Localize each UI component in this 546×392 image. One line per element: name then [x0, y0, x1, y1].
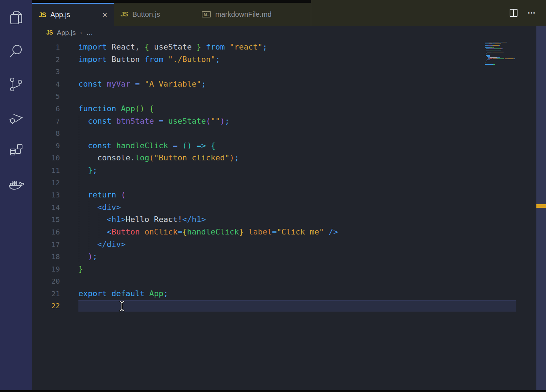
- code-line[interactable]: 11 };: [32, 164, 546, 177]
- minimap[interactable]: [485, 42, 524, 66]
- code-line[interactable]: 13 return (: [32, 189, 546, 201]
- vscode-window: JS App.js × JS Button.js M↓ markdownFile…: [0, 0, 546, 392]
- code-line[interactable]: 1import React, { useState } from "react"…: [32, 41, 546, 53]
- code-line[interactable]: 18 );: [32, 251, 546, 263]
- code-line[interactable]: 14 <div>: [32, 201, 546, 214]
- line-content: const handleClick = () => {: [78, 140, 215, 152]
- line-content: </div>: [78, 238, 125, 251]
- code-line[interactable]: 17 </div>: [32, 238, 546, 251]
- breadcrumb: JS App.js › …: [32, 26, 546, 40]
- line-content: export default App;: [78, 288, 168, 300]
- line-number: 20: [32, 275, 60, 288]
- overview-ruler-cursor-marker: [536, 204, 546, 208]
- line-content: import React, { useState } from "react";: [78, 41, 267, 53]
- line-number: 13: [32, 189, 60, 201]
- line-number: 2: [32, 53, 60, 66]
- line-number: 22: [32, 300, 60, 312]
- tab-label: markdownFile.md: [215, 10, 272, 19]
- code-line[interactable]: 22: [32, 300, 546, 312]
- source-control-icon[interactable]: [8, 76, 24, 93]
- line-content: <h1>Hello React!</h1>: [78, 213, 206, 226]
- line-content: import Button from "./Button";: [78, 53, 220, 66]
- code-line[interactable]: 9 const handleClick = () => {: [32, 140, 546, 152]
- line-number: 7: [32, 115, 60, 128]
- code-line[interactable]: 12: [32, 177, 546, 189]
- breadcrumb-file[interactable]: App.js: [57, 29, 76, 37]
- code-editor[interactable]: 1import React, { useState } from "react"…: [32, 40, 546, 390]
- run-and-debug-icon[interactable]: [8, 109, 24, 126]
- line-number: 3: [32, 66, 60, 78]
- chevron-right-icon: ›: [80, 29, 82, 36]
- line-content: );: [78, 251, 97, 263]
- tabbar-top-edge: [32, 0, 311, 3]
- line-content: const myVar = "A Variable";: [78, 78, 206, 91]
- tab-bar: JS App.js × JS Button.js M↓ markdownFile…: [32, 0, 546, 26]
- line-number: 1: [32, 41, 60, 53]
- split-editor-icon[interactable]: [509, 8, 518, 17]
- line-number: 8: [32, 127, 60, 140]
- more-actions-icon[interactable]: ⋯: [527, 8, 536, 17]
- line-number: 9: [32, 140, 60, 152]
- javascript-file-icon: JS: [120, 10, 128, 18]
- window-bottom-edge: [0, 390, 546, 392]
- line-number: 4: [32, 78, 60, 91]
- code-line[interactable]: 21export default App;: [32, 288, 546, 300]
- line-number: 18: [32, 251, 60, 263]
- docker-icon[interactable]: [8, 176, 24, 192]
- tab-app-js[interactable]: JS App.js ×: [32, 3, 114, 26]
- code-line[interactable]: 8: [32, 127, 546, 140]
- code-line[interactable]: 5: [32, 90, 546, 103]
- line-number: 10: [32, 152, 60, 164]
- activity-bar: [0, 0, 32, 390]
- line-content: <Button onClick={handleClick} label="Cli…: [78, 226, 338, 238]
- code-line[interactable]: 10 console.log("Button clicked");: [32, 152, 546, 164]
- javascript-file-icon: JS: [46, 30, 53, 36]
- tab-label: Button.js: [132, 10, 160, 19]
- code-line[interactable]: 7 const btnState = useState("");: [32, 115, 546, 128]
- code-line[interactable]: 16 <Button onClick={handleClick} label="…: [32, 226, 546, 238]
- tab-label: App.js: [50, 11, 70, 19]
- line-number: 15: [32, 213, 60, 226]
- line-content: };: [78, 164, 97, 177]
- close-tab-icon[interactable]: ×: [94, 10, 107, 20]
- breadcrumb-symbol-ellipsis[interactable]: …: [86, 29, 93, 37]
- line-number: 16: [32, 226, 60, 238]
- code-line[interactable]: 19}: [32, 263, 546, 275]
- editor-group: JS App.js × JS Button.js M↓ markdownFile…: [32, 0, 546, 392]
- code-line[interactable]: 6function App() {: [32, 103, 546, 115]
- tab-button-js[interactable]: JS Button.js: [114, 3, 195, 26]
- markdown-file-icon: M↓: [202, 11, 211, 17]
- line-number: 21: [32, 288, 60, 300]
- code-line[interactable]: 20: [32, 275, 546, 288]
- line-number: 12: [32, 177, 60, 189]
- line-content: const btnState = useState("");: [78, 115, 230, 128]
- line-number: 11: [32, 164, 60, 177]
- line-number: 19: [32, 263, 60, 275]
- line-content: <div>: [78, 201, 121, 214]
- code-line[interactable]: 15 <h1>Hello React!</h1>: [32, 213, 546, 226]
- explorer-icon[interactable]: [8, 10, 24, 26]
- line-content: }: [78, 263, 83, 275]
- search-icon[interactable]: [8, 43, 24, 60]
- code-line[interactable]: 3: [32, 66, 546, 78]
- line-number: 5: [32, 90, 60, 103]
- line-content: return (: [78, 189, 125, 201]
- code-line[interactable]: 4const myVar = "A Variable";: [32, 78, 546, 91]
- line-number: 17: [32, 238, 60, 251]
- line-content: function App() {: [78, 103, 154, 115]
- code-line[interactable]: 2import Button from "./Button";: [32, 53, 546, 66]
- vertical-scrollbar[interactable]: [536, 26, 546, 390]
- text-cursor-ibeam: [118, 300, 125, 312]
- tab-markdownfile-md[interactable]: M↓ markdownFile.md: [195, 3, 311, 26]
- line-number: 14: [32, 201, 60, 214]
- line-number: 6: [32, 103, 60, 115]
- extensions-icon[interactable]: [8, 143, 24, 159]
- javascript-file-icon: JS: [38, 11, 46, 19]
- editor-actions: ⋯: [509, 0, 546, 26]
- line-content: console.log("Button clicked");: [78, 152, 239, 164]
- code-lines[interactable]: 1import React, { useState } from "react"…: [32, 41, 546, 312]
